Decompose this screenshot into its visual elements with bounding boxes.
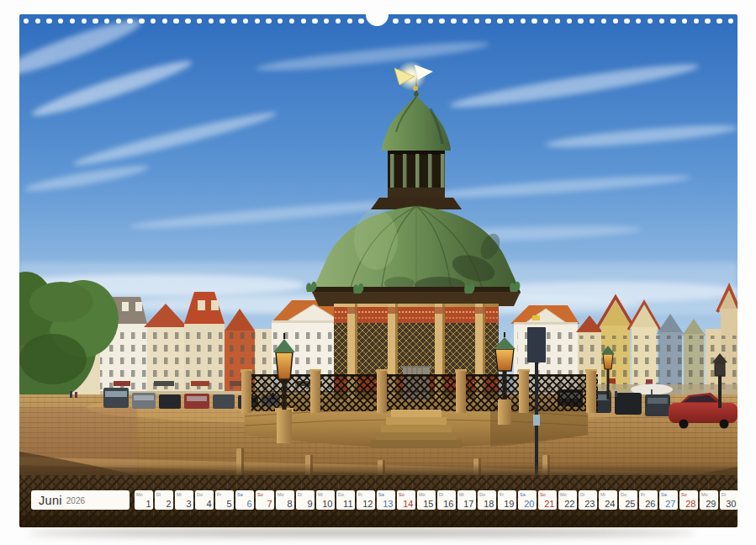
binding-hole	[139, 19, 144, 24]
day-weekday: Mi	[600, 492, 605, 497]
month-label: Juni 2026	[31, 490, 130, 510]
binding-hole	[219, 19, 225, 24]
binding-hole	[82, 19, 87, 24]
day-number: 18	[484, 500, 494, 509]
day-cell: Di23	[579, 490, 597, 510]
day-number: 13	[383, 500, 393, 509]
binding-hole	[93, 19, 98, 24]
day-cell: Sa27	[659, 490, 678, 510]
day-cell: Mi10	[316, 490, 335, 510]
photo-scene	[19, 14, 737, 527]
day-cell: Fr26	[639, 490, 658, 510]
day-cell: So21	[538, 490, 557, 510]
day-weekday: So	[540, 492, 546, 497]
day-cell: Fr5	[215, 490, 234, 510]
day-weekday: Mo	[560, 492, 567, 497]
day-number: 22	[564, 500, 574, 509]
day-number: 5	[226, 500, 231, 509]
day-cell: Sa20	[518, 490, 537, 510]
binding-hole	[301, 19, 306, 24]
binding-hole	[567, 19, 572, 24]
day-weekday: Di	[722, 492, 726, 497]
day-weekday: Do	[197, 492, 203, 497]
day-weekday: Sa	[520, 492, 526, 497]
day-number: 2	[166, 500, 171, 509]
binding-hole	[46, 19, 51, 24]
day-cell: Di16	[437, 490, 456, 510]
day-cell: Mo8	[276, 490, 294, 510]
day-number: 3	[186, 500, 191, 509]
binding-hole	[531, 19, 537, 24]
calendar-product-page: { "calendar": { "month": "Juni", "year":…	[0, 0, 756, 545]
binding-hole	[35, 19, 40, 24]
binding-hole	[705, 19, 710, 24]
day-cell: Fr19	[498, 490, 516, 510]
day-number: 9	[307, 500, 312, 509]
day-number: 4	[206, 500, 211, 509]
day-cell: Do18	[478, 490, 496, 510]
month-year: 2026	[66, 496, 85, 505]
binding-hole	[231, 19, 236, 24]
day-weekday: Do	[338, 492, 344, 497]
day-number: 10	[322, 500, 332, 509]
day-cell: Mo22	[558, 490, 577, 510]
binding-hole	[358, 19, 363, 24]
wrought-iron-fence	[241, 369, 598, 413]
day-cell: Mo1	[135, 490, 153, 510]
day-weekday: Do	[479, 492, 485, 497]
day-cell: Mi24	[599, 490, 617, 510]
day-weekday: Do	[621, 492, 626, 497]
day-weekday: Fr	[217, 492, 221, 497]
day-cell: So28	[679, 490, 698, 510]
day-weekday: So	[681, 492, 687, 497]
binding-hole	[716, 19, 722, 24]
day-weekday: Fr	[641, 492, 645, 497]
day-weekday: Di	[156, 492, 161, 497]
day-cell: Mi3	[175, 490, 193, 510]
day-number: 24	[605, 500, 615, 509]
day-number: 27	[665, 500, 675, 509]
month-name: Juni	[39, 494, 62, 507]
day-number: 26	[645, 500, 655, 509]
day-weekday: Mi	[459, 492, 464, 497]
day-number: 28	[685, 500, 695, 509]
day-weekday: Di	[580, 492, 584, 497]
day-weekday: Mi	[318, 492, 323, 497]
binding-hole	[404, 19, 410, 24]
photo	[19, 14, 737, 527]
binding-hole	[255, 19, 260, 24]
day-number: 1	[145, 500, 151, 509]
binding-hole	[312, 19, 317, 24]
day-number: 6	[246, 500, 251, 509]
binding-hole	[497, 19, 502, 24]
day-number: 19	[504, 500, 514, 509]
day-cell: Sa13	[377, 490, 395, 510]
day-weekday: Fr	[358, 492, 362, 497]
day-number: 20	[524, 500, 534, 509]
day-cell: Mo15	[417, 490, 436, 510]
binding-hole	[347, 19, 352, 24]
day-cell: Do11	[336, 490, 355, 510]
day-weekday: Di	[298, 492, 302, 497]
day-cell: So14	[397, 490, 415, 510]
day-weekday: Sa	[661, 492, 667, 497]
binding-hole	[670, 19, 675, 24]
binding-hole	[485, 19, 490, 24]
binding-hole	[451, 19, 456, 24]
binding-hole	[613, 19, 618, 24]
binding-hole	[393, 19, 398, 24]
day-number: 17	[463, 500, 473, 509]
day-number: 15	[423, 500, 433, 509]
day-weekday: Mo	[136, 492, 143, 497]
binding-hole	[659, 19, 664, 24]
day-number: 25	[625, 500, 635, 509]
day-weekday: Mo	[278, 492, 284, 497]
day-cell: Di9	[296, 490, 315, 510]
day-number: 23	[584, 500, 595, 509]
binding-hole	[624, 19, 629, 24]
binding-hole	[439, 19, 444, 24]
day-cell: Do25	[619, 490, 637, 510]
day-number: 14	[403, 500, 413, 509]
day-weekday: Sa	[237, 492, 243, 497]
day-weekday: Mo	[701, 492, 708, 497]
